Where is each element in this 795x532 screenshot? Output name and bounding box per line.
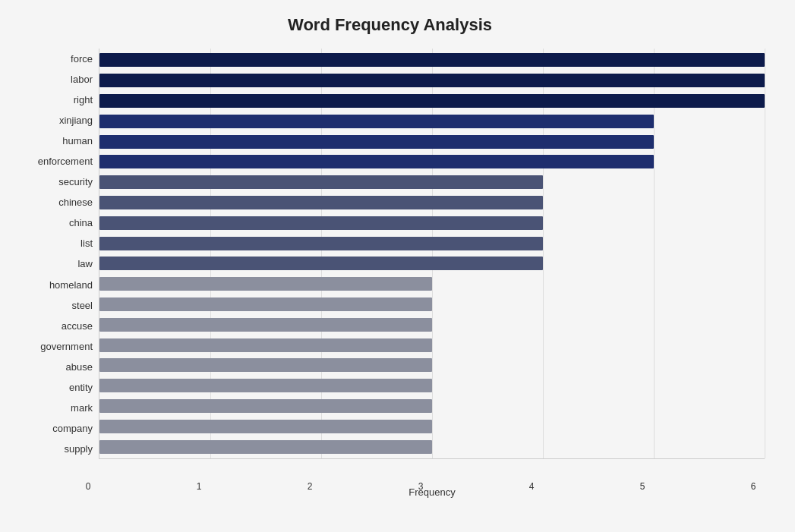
y-label-mark: mark [15, 403, 93, 413]
y-label-security: security [15, 177, 93, 187]
bar-right [99, 94, 765, 108]
grid-line-6 [765, 49, 765, 458]
bar-mark [99, 399, 432, 413]
bar-row-chinese [99, 193, 765, 213]
y-label-labor: labor [15, 74, 93, 84]
bar-row-xinjiang [99, 111, 765, 131]
bar-company [99, 420, 432, 433]
bar-row-china [99, 212, 765, 233]
y-axis-labels: forcelaborrightxinjianghumanenforcements… [15, 49, 99, 459]
y-label-company: company [15, 423, 93, 433]
bar-china [99, 216, 543, 230]
bar-security [99, 175, 543, 189]
bar-enforcement [99, 155, 654, 168]
bar-accuse [99, 318, 432, 332]
bar-row-entity [99, 376, 765, 396]
bar-labor [99, 74, 765, 87]
y-label-homeland: homeland [15, 280, 93, 290]
y-label-steel: steel [15, 301, 93, 310]
bar-row-law [99, 253, 765, 274]
y-label-abuse: abuse [15, 362, 93, 372]
bar-steel [99, 297, 432, 311]
y-label-government: government [15, 342, 93, 351]
bar-row-mark [99, 396, 765, 417]
y-label-chinese: chinese [15, 197, 93, 207]
bar-chinese [99, 196, 543, 209]
bar-row-right [99, 91, 765, 112]
bar-row-human [99, 131, 765, 152]
bar-law [99, 257, 543, 270]
bar-row-supply [99, 436, 765, 457]
bar-row-list [99, 233, 765, 253]
bar-government [99, 338, 432, 352]
bars-and-grid: 0123456 Frequency [99, 49, 765, 459]
bar-row-security [99, 172, 765, 193]
bar-row-homeland [99, 274, 765, 294]
bar-list [99, 237, 543, 250]
y-label-accuse: accuse [15, 321, 93, 331]
y-label-force: force [15, 54, 93, 64]
y-label-enforcement: enforcement [15, 156, 93, 166]
y-label-human: human [15, 136, 93, 146]
y-label-china: china [15, 218, 93, 228]
chart-area: forcelaborrightxinjianghumanenforcements… [15, 49, 765, 459]
bar-row-accuse [99, 314, 765, 335]
bar-row-enforcement [99, 152, 765, 172]
y-label-law: law [15, 259, 93, 269]
bar-row-force [99, 50, 765, 71]
y-label-right: right [15, 95, 93, 105]
bar-row-labor [99, 71, 765, 91]
x-label-0: 0 [77, 481, 99, 492]
y-label-supply: supply [15, 444, 93, 454]
bar-row-steel [99, 294, 765, 315]
bar-supply [99, 440, 432, 454]
chart-title: Word Frequency Analysis [15, 15, 765, 35]
bars-wrapper [99, 49, 765, 458]
bar-human [99, 135, 654, 149]
y-label-xinjiang: xinjiang [15, 115, 93, 125]
bar-abuse [99, 358, 432, 372]
bar-xinjiang [99, 115, 654, 128]
bar-entity [99, 379, 432, 392]
y-label-list: list [15, 238, 93, 248]
bar-row-government [99, 335, 765, 355]
bar-row-abuse [99, 355, 765, 376]
x-axis-title: Frequency [99, 486, 765, 498]
chart-container: Word Frequency Analysis forcelaborrightx… [0, 0, 795, 532]
bar-force [99, 53, 765, 67]
y-label-entity: entity [15, 382, 93, 392]
bar-homeland [99, 277, 432, 291]
bar-row-company [99, 416, 765, 436]
